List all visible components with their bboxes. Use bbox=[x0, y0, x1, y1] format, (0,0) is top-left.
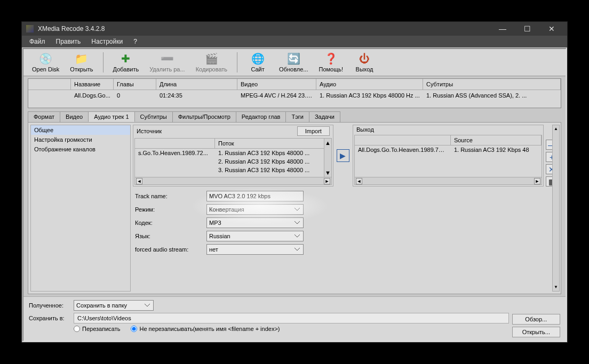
globe-icon: 🌐 bbox=[250, 52, 265, 65]
side-volume[interactable]: Настройка громкости bbox=[31, 135, 130, 144]
col-name[interactable]: Название bbox=[71, 79, 114, 90]
add-button[interactable]: ✚Добавить bbox=[109, 51, 144, 74]
minus-icon: ➖ bbox=[160, 52, 174, 65]
cell-subs: 1. Russian ASS (Advanced SSA), 2. ... bbox=[423, 90, 561, 101]
transfer-button[interactable]: ▶ bbox=[337, 149, 349, 162]
tabs: Формат Видео Аудио трек 1 Субтитры Фильт… bbox=[28, 111, 561, 122]
col-chapters[interactable]: Главы bbox=[114, 79, 156, 90]
output-source-header[interactable]: Source bbox=[451, 135, 542, 145]
forced-label: forced audio stream: bbox=[133, 246, 206, 253]
tab-chapters[interactable]: Редактор глав bbox=[236, 111, 286, 122]
pane-vscrollbar[interactable]: ▲ ▼ bbox=[552, 125, 560, 292]
cell-audio: 1. Russian AC3 192 Kbps 48000 Hz ... bbox=[316, 90, 423, 101]
lang-label: Язык: bbox=[133, 233, 206, 239]
cell-name: All.Dogs.Go... bbox=[71, 90, 114, 101]
hscrollbar[interactable]: ◄► bbox=[135, 177, 331, 184]
maximize-button[interactable]: ☐ bbox=[516, 22, 538, 36]
source-row[interactable]: s.Go.To.Heaven.1989.72... 1. Russian AC3… bbox=[135, 149, 331, 157]
separator bbox=[237, 52, 237, 72]
site-button[interactable]: 🌐Сайт bbox=[243, 51, 273, 74]
save-label: Сохранить в: bbox=[29, 315, 70, 321]
scroll-down-icon[interactable]: ▼ bbox=[325, 169, 331, 176]
col-subs[interactable]: Субтитры bbox=[423, 79, 561, 90]
scroll-right-icon[interactable]: ► bbox=[324, 178, 330, 184]
source-stream-header[interactable]: Поток bbox=[215, 139, 331, 149]
open-disk-button[interactable]: 💿Open Disk bbox=[28, 51, 63, 74]
tab-content: Общее Настройка громкости Отображение ка… bbox=[28, 122, 561, 294]
source-row[interactable]: 3. Russian AC3 192 Kbps 48000 ... bbox=[135, 166, 331, 174]
menu-settings[interactable]: Настройки bbox=[87, 37, 127, 46]
track-name-input[interactable] bbox=[206, 191, 304, 201]
overwrite-radio[interactable]: Перезаписать bbox=[74, 326, 120, 332]
refresh-icon: 🔄 bbox=[286, 52, 301, 65]
menu-help[interactable]: ? bbox=[129, 37, 141, 46]
no-overwrite-radio[interactable]: Не перезаписывать(менять имя <filename +… bbox=[131, 326, 280, 332]
side-general[interactable]: Общее bbox=[31, 125, 130, 135]
forced-select[interactable]: нет bbox=[206, 244, 304, 255]
scroll-left-icon[interactable]: ◄ bbox=[136, 178, 142, 184]
tab-filters[interactable]: Фильтры/Просмотр bbox=[172, 111, 236, 122]
encode-button: 🎬Кодировать bbox=[192, 51, 232, 74]
source-label: Источник bbox=[137, 128, 297, 134]
exit-button[interactable]: ⏻Выход bbox=[349, 51, 379, 74]
tab-video[interactable]: Видео bbox=[60, 111, 89, 122]
output-panel: Выход Source All.Dogs.Go.To.Heaven.1989.… bbox=[353, 125, 544, 187]
disc-icon: 💿 bbox=[38, 52, 53, 65]
tab-subtitles[interactable]: Субтитры bbox=[134, 111, 173, 122]
tab-jobs[interactable]: Задачи bbox=[309, 111, 340, 122]
menubar: Файл Править Настройки ? bbox=[22, 36, 567, 47]
tab-tags[interactable]: Тэги bbox=[285, 111, 309, 122]
power-icon: ⏻ bbox=[357, 52, 372, 65]
cell-chapters: 0 bbox=[114, 90, 156, 101]
app-window: XMedia Recode 3.4.2.8 — ☐ ✕ Файл Править… bbox=[21, 21, 568, 343]
close-button[interactable]: ✕ bbox=[540, 22, 563, 36]
vscrollbar[interactable]: ▲▼ bbox=[324, 139, 331, 177]
side-panel: Общее Настройка громкости Отображение ка… bbox=[30, 125, 131, 292]
scroll-left-icon[interactable]: ◄ bbox=[356, 178, 362, 184]
col-duration[interactable]: Длина bbox=[156, 79, 237, 90]
plus-icon: ✚ bbox=[118, 52, 133, 65]
open-file-button[interactable]: 📁Открыть bbox=[66, 51, 97, 74]
col-video[interactable]: Видео bbox=[237, 79, 316, 90]
browse-button[interactable]: Обзор... bbox=[512, 314, 560, 325]
help-button[interactable]: ❓Помощь! bbox=[314, 51, 347, 74]
scroll-up-icon[interactable]: ▲ bbox=[325, 140, 331, 146]
folder-icon: 📁 bbox=[74, 52, 89, 65]
app-icon bbox=[26, 25, 34, 33]
scroll-down-icon[interactable]: ▼ bbox=[553, 285, 559, 290]
import-button[interactable]: Import bbox=[297, 126, 330, 136]
output-row[interactable]: All.Dogs.Go.To.Heaven.1989.720p.B... 1. … bbox=[355, 145, 542, 154]
save-path-input[interactable] bbox=[74, 313, 509, 323]
cell-video: MPEG-4 AVC / H.264 23.9... bbox=[237, 90, 316, 101]
codec-label: Кодек: bbox=[133, 220, 206, 226]
source-panel: Источник Import Поток s.Go.To.Heaven.198… bbox=[133, 125, 333, 187]
titlebar: XMedia Recode 3.4.2.8 — ☐ ✕ bbox=[22, 22, 567, 36]
lang-select[interactable]: Russian bbox=[206, 231, 304, 241]
question-icon: ❓ bbox=[323, 52, 338, 65]
source-grid: Поток s.Go.To.Heaven.1989.72... 1. Russi… bbox=[134, 138, 332, 185]
output-grid: Source All.Dogs.Go.To.Heaven.1989.720p.B… bbox=[354, 135, 542, 185]
tab-format[interactable]: Формат bbox=[28, 111, 60, 122]
scroll-up-icon[interactable]: ▲ bbox=[553, 126, 559, 132]
menu-edit[interactable]: Править bbox=[52, 37, 85, 46]
minimize-button[interactable]: — bbox=[491, 22, 514, 36]
fields: Track name: Режим: Конвертация Кодек: MP… bbox=[133, 191, 559, 257]
update-button[interactable]: 🔄Обновле... bbox=[275, 51, 312, 74]
window-title: XMedia Recode 3.4.2.8 bbox=[38, 25, 491, 33]
toolbar: 💿Open Disk 📁Открыть ✚Добавить ➖Удалить р… bbox=[23, 49, 566, 76]
output-label: Выход bbox=[356, 126, 540, 133]
separator bbox=[103, 52, 104, 72]
file-row[interactable]: All.Dogs.Go... 0 01:24:35 MPEG-4 AVC / H… bbox=[28, 90, 561, 101]
col-audio[interactable]: Аудио bbox=[316, 79, 423, 90]
side-channels[interactable]: Отображение каналов bbox=[31, 144, 130, 154]
open-folder-button[interactable]: Открыть... bbox=[512, 327, 560, 337]
scroll-right-icon[interactable]: ► bbox=[534, 178, 540, 184]
menu-file[interactable]: Файл bbox=[25, 37, 50, 46]
source-row[interactable]: 2. Russian AC3 192 Kbps 48000 ... bbox=[135, 157, 331, 166]
tab-audio-1[interactable]: Аудио трек 1 bbox=[88, 111, 134, 122]
mode-select[interactable]: Конвертация bbox=[206, 204, 304, 215]
hscrollbar[interactable]: ◄► bbox=[355, 177, 542, 184]
codec-select[interactable]: MP3 bbox=[206, 217, 304, 228]
received-select[interactable]: Сохранить в папку bbox=[74, 300, 154, 311]
content: 💿Open Disk 📁Открыть ✚Добавить ➖Удалить р… bbox=[22, 48, 567, 342]
